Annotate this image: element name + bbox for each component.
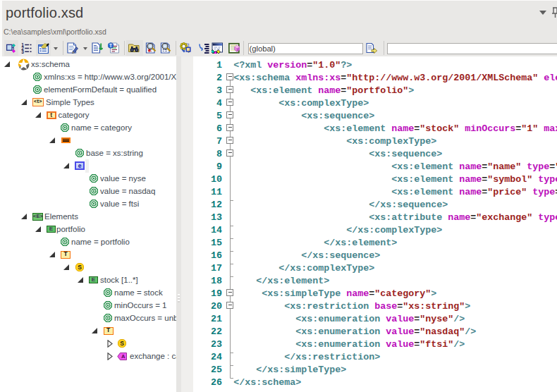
svg-text:3: 3 xyxy=(21,49,24,54)
svg-text:A: A xyxy=(121,353,126,360)
svg-text:T: T xyxy=(109,43,112,48)
